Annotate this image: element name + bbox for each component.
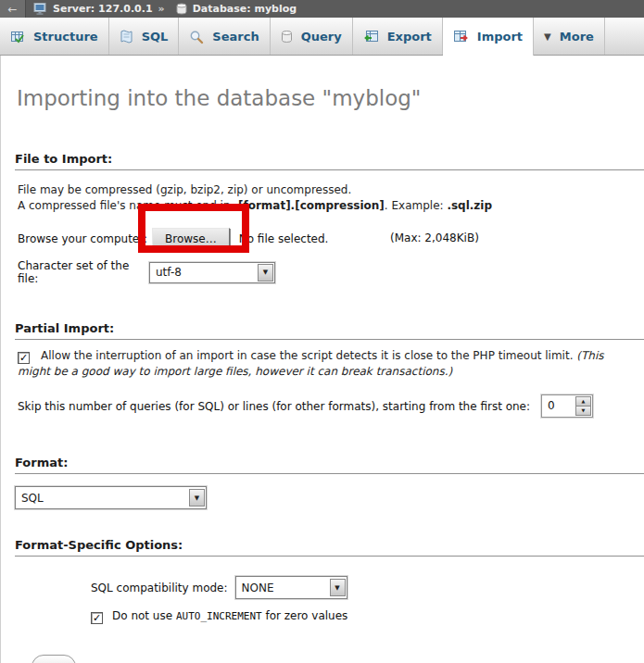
tab-label: Import (477, 30, 523, 44)
compression-info: File may be compressed (gzip, bzip2, zip… (18, 182, 644, 214)
compression-info-line1: File may be compressed (gzip, bzip2, zip… (18, 183, 351, 196)
search-icon (189, 30, 204, 44)
browse-label: Browse your computer: (18, 232, 152, 245)
tab-label: Structure (33, 30, 98, 44)
format-compression-pattern: .[format].[compression] (234, 199, 384, 212)
charset-label: Character set of the file: (18, 259, 149, 285)
compression-info-line2: A compressed file's name must end in (18, 199, 234, 212)
section-heading-format: Format: (15, 456, 644, 474)
section-heading-partial-import: Partial Import: (15, 321, 644, 340)
charset-select[interactable]: utf-8 ▼ (149, 262, 275, 283)
auto-increment-checkbox[interactable]: ✓ (91, 612, 103, 624)
spinner-down-button[interactable]: ▼ (575, 407, 591, 416)
breadcrumb-separator: » (158, 3, 165, 15)
tab-label: Search (212, 30, 259, 44)
select-arrow-icon[interactable]: ▼ (189, 489, 205, 507)
sql-compatibility-label: SQL compatibility mode: (91, 582, 228, 594)
tab-more[interactable]: ▼ More (534, 18, 605, 56)
page-title: Importing into the database "myblog" (1, 56, 644, 110)
file-upload-row: Browse your computer: Browse… No file se… (18, 227, 644, 251)
tab-export[interactable]: Export (353, 18, 443, 56)
select-arrow-icon[interactable]: ▼ (330, 579, 346, 596)
breadcrumb-bar: ← Server: 127.0.0.1 » Database: myblog (0, 0, 644, 18)
breadcrumb-database[interactable]: Database: myblog (193, 3, 297, 15)
allow-interruption-row: ✓Allow the interruption of an import in … (18, 348, 630, 380)
back-button[interactable]: ← (0, 0, 26, 18)
compression-example: .sql.zip (447, 199, 492, 212)
back-arrow-icon: ← (7, 3, 17, 16)
tab-query[interactable]: Query (271, 18, 353, 56)
skip-queries-input[interactable]: 0 ▲ ▼ (541, 394, 593, 418)
auto-increment-label-prefix: Do not use (112, 609, 176, 622)
breadcrumb-server[interactable]: Server: 127.0.0.1 (53, 3, 153, 15)
structure-icon (10, 30, 25, 44)
tab-label: Query (301, 30, 342, 44)
auto-increment-keyword: AUTO_INCREMENT (176, 610, 262, 622)
tab-label: Export (387, 30, 432, 44)
sql-icon (120, 30, 133, 44)
import-icon (453, 30, 469, 44)
compression-info-example-label: . Example: (385, 199, 448, 212)
skip-queries-label: Skip this number of queries (for SQL) or… (18, 400, 530, 413)
browse-button[interactable]: Browse… (152, 228, 230, 250)
sql-compatibility-value: NONE (242, 582, 274, 594)
select-arrow-icon[interactable]: ▼ (258, 264, 273, 281)
go-button[interactable]: Go (32, 655, 76, 663)
sql-compatibility-row: SQL compatibility mode: NONE ▼ (91, 576, 644, 599)
auto-increment-row: ✓Do not use AUTO_INCREMENT for zero valu… (91, 609, 644, 624)
tab-label: More (560, 30, 594, 44)
export-icon (363, 30, 379, 44)
no-file-selected-text: No file selected. (239, 232, 329, 245)
tab-import[interactable]: Import (443, 18, 534, 56)
tab-structure[interactable]: Structure (0, 18, 109, 56)
section-heading-format-specific: Format-Specific Options: (15, 538, 644, 557)
section-heading-file-to-import: File to Import: (15, 152, 644, 170)
sql-compatibility-select[interactable]: NONE ▼ (235, 576, 347, 599)
allow-interruption-label: Allow the interruption of an import in c… (41, 349, 576, 362)
max-upload-size: (Max: 2,048KiB) (390, 231, 479, 244)
charset-row: Character set of the file: utf-8 ▼ (18, 259, 644, 285)
tab-bar: Structure SQL Search Query (0, 18, 644, 56)
charset-selected-value: utf-8 (156, 266, 182, 279)
more-chevron-icon: ▼ (544, 31, 551, 42)
format-select[interactable]: SQL ▼ (15, 486, 207, 509)
tab-label: SQL (142, 30, 169, 44)
auto-increment-label-suffix: for zero values (262, 609, 348, 622)
skip-queries-row: Skip this number of queries (for SQL) or… (18, 394, 644, 418)
server-icon (33, 3, 47, 15)
spinner-up-button[interactable]: ▲ (575, 396, 591, 407)
tabbar-filler (605, 18, 644, 56)
format-selected-value: SQL (21, 492, 44, 505)
allow-interruption-checkbox[interactable]: ✓ (18, 352, 30, 364)
skip-queries-value: 0 (542, 395, 575, 417)
tab-search[interactable]: Search (179, 18, 270, 56)
query-icon (281, 30, 293, 44)
page-content: Importing into the database "myblog" Fil… (0, 56, 644, 663)
tab-sql[interactable]: SQL (109, 18, 180, 56)
database-icon (176, 3, 187, 15)
